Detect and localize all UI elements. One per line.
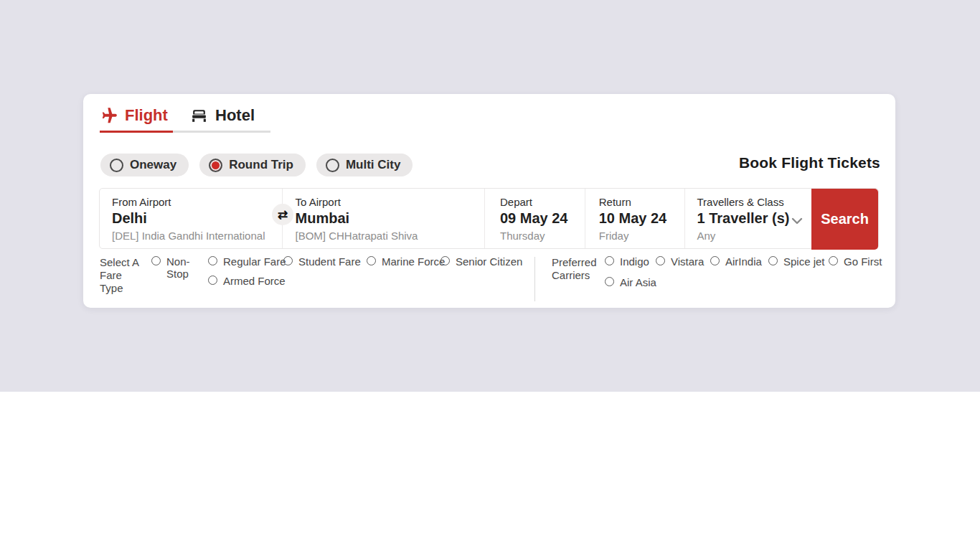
radio-icon bbox=[829, 256, 838, 265]
fare-option-non-stop[interactable]: Non-Stop bbox=[151, 255, 195, 280]
radio-icon bbox=[656, 256, 665, 265]
fare-option-label: Regular Fare bbox=[223, 255, 286, 268]
fare-option-label: Senior Citizen bbox=[456, 255, 522, 268]
fare-option-label: Non-Stop bbox=[166, 255, 195, 280]
carrier-option-label: Spice jet bbox=[783, 255, 825, 268]
carrier-option-label: Vistara bbox=[671, 255, 704, 268]
fare-option-marine-force[interactable]: Marine Force bbox=[367, 255, 445, 268]
carrier-option-indigo[interactable]: Indigo bbox=[605, 255, 649, 268]
fare-option-label: Armed Force bbox=[223, 275, 286, 287]
fare-options-area: Select A Fare Type Non-Stop Regular Fare… bbox=[83, 94, 895, 308]
radio-icon bbox=[208, 276, 217, 285]
radio-icon bbox=[768, 256, 778, 265]
flight-search-card: Flight Hotel Oneway Round Trip bbox=[83, 94, 895, 308]
carrier-option-label: Go First bbox=[844, 255, 882, 268]
carrier-option-label: AirIndia bbox=[725, 255, 762, 268]
preferred-carriers-section-label: Preferred Carriers bbox=[552, 256, 602, 282]
fare-option-label: Student Fare bbox=[298, 255, 361, 268]
radio-icon bbox=[367, 256, 376, 265]
fare-option-label: Marine Force bbox=[382, 255, 445, 268]
carrier-option-spice-jet[interactable]: Spice jet bbox=[768, 255, 825, 268]
carrier-option-air-asia[interactable]: Air Asia bbox=[605, 276, 656, 288]
section-divider bbox=[534, 257, 535, 301]
carrier-option-airindia[interactable]: AirIndia bbox=[710, 255, 762, 268]
radio-icon bbox=[710, 256, 720, 265]
fare-option-student-fare[interactable]: Student Fare bbox=[283, 255, 361, 268]
radio-icon bbox=[283, 256, 293, 265]
carrier-option-label: Air Asia bbox=[620, 276, 656, 288]
radio-icon bbox=[151, 256, 161, 265]
radio-icon bbox=[605, 256, 614, 265]
carrier-option-go-first[interactable]: Go First bbox=[829, 255, 882, 268]
fare-option-armed-force[interactable]: Armed Force bbox=[208, 275, 286, 287]
fare-option-regular-fare[interactable]: Regular Fare bbox=[208, 255, 286, 268]
radio-icon bbox=[440, 256, 450, 265]
fare-option-senior-citizen[interactable]: Senior Citizen bbox=[440, 255, 522, 268]
radio-icon bbox=[605, 277, 614, 286]
radio-icon bbox=[208, 256, 217, 265]
fare-type-section-label: Select A Fare Type bbox=[100, 256, 147, 295]
carrier-option-vistara[interactable]: Vistara bbox=[656, 255, 704, 268]
swap-icon: ⇄ bbox=[278, 207, 288, 222]
carrier-option-label: Indigo bbox=[620, 255, 649, 268]
swap-airports-button[interactable]: ⇄ bbox=[272, 204, 293, 225]
